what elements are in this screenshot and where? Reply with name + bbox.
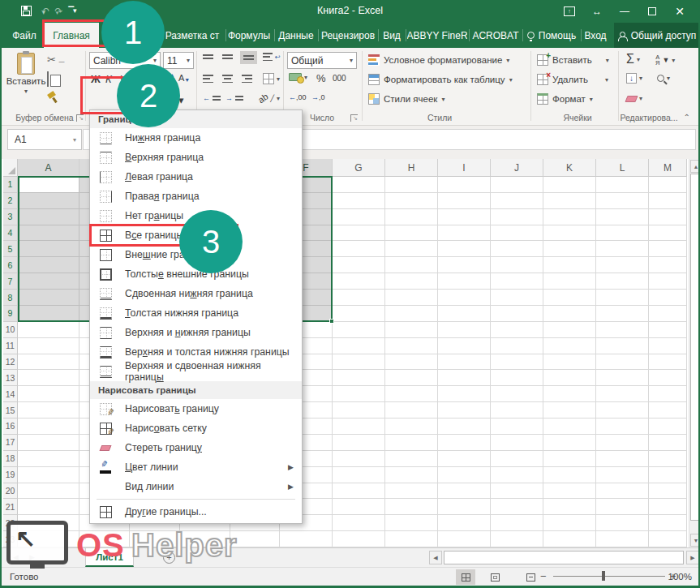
increase-decimal-button[interactable]: ←,00 [289,93,307,101]
row-header-21[interactable]: 21 [3,499,18,515]
close-button[interactable]: ✕ [666,0,694,23]
decrease-indent-button[interactable]: ← [203,94,221,102]
tab-общий-доступ[interactable]: Общий доступ [614,23,700,48]
row-header-17[interactable]: 17 [3,435,18,451]
column-header-I[interactable]: I [438,159,491,177]
tab-файл[interactable]: Файл [6,23,42,48]
view-normal-button[interactable] [456,569,475,585]
font-size-combo[interactable]: 11▾ [163,52,194,69]
zoom-out-button[interactable]: − [540,570,547,582]
delete-cells-button[interactable]: × Удалить▾ [537,74,608,85]
number-format-combo[interactable]: Общий▾ [287,52,357,69]
menu-item-draw-border[interactable]: ✎Нарисовать границу [90,399,302,418]
zoom-slider-thumb[interactable] [602,571,605,581]
paste-button[interactable]: Вставить ▾ [8,53,44,116]
row-header-15[interactable]: 15 [3,402,18,418]
percent-style-button[interactable]: % [316,72,326,84]
zoom-slider-track[interactable] [553,576,665,577]
menu-item-draw-grid[interactable]: ✎Нарисовать сетку [90,418,302,438]
row-header-13[interactable]: 13 [3,370,18,386]
tab-вход[interactable]: Вход [581,23,610,48]
horizontal-scrollbar[interactable]: ◀ ▶ [429,551,699,564]
comma-style-button[interactable]: 000 [333,74,346,83]
row-header-9[interactable]: 9 [3,306,18,322]
row-header-18[interactable]: 18 [3,451,18,467]
view-page-layout-button[interactable] [485,569,505,585]
menu-item-border-top-thick-bottom[interactable]: Верхняя и толстая нижняя границы [90,342,302,362]
row-header-14[interactable]: 14 [3,386,18,402]
tab-abbyy-finer[interactable]: ABBYY FineR [407,23,467,48]
column-header-M[interactable]: M [649,159,687,177]
ribbon-display-options-icon[interactable]: ↑ [556,0,583,23]
tab-acrobat[interactable]: ACROBAT [470,23,521,48]
row-header-5[interactable]: 5 [3,241,18,257]
minimize-button[interactable]: — [611,0,638,23]
row-header-3[interactable]: 3 [3,209,18,225]
menu-item-erase-border[interactable]: Стереть границу [90,438,302,457]
row-header-2[interactable]: 2 [3,193,18,209]
row-header-11[interactable]: 11 [3,338,18,354]
fill-handle[interactable] [329,319,334,324]
scroll-up-icon[interactable]: ▲ [690,160,700,173]
row-header-6[interactable]: 6 [3,257,18,273]
view-page-break-button[interactable] [521,569,540,585]
select-all-corner[interactable] [3,159,18,177]
maximize-button[interactable] [638,0,666,23]
copy-button[interactable] [47,72,65,87]
collapse-ribbon-icon[interactable]: ⌃ [684,113,690,122]
align-left-button[interactable] [203,75,213,83]
number-dialog-launcher-icon[interactable]: ↘ [350,114,358,122]
menu-item-line-style[interactable]: Вид линии▶ [90,477,302,496]
row-header-22[interactable]: 22 [3,515,18,531]
name-box[interactable]: A1 ▾ [7,129,82,150]
clipboard-dialog-launcher-icon[interactable]: ↘ [76,114,84,122]
sheet-nav-left-icon[interactable]: ◀ [13,553,19,561]
format-as-table-button[interactable]: Форматировать как таблицу▾ [368,74,513,85]
cut-button[interactable]: ✂ — [47,54,65,67]
menu-item-border-top[interactable]: Верхняя граница [90,148,302,167]
row-header-19[interactable]: 19 [3,467,18,483]
align-top-button[interactable] [203,54,213,59]
scroll-right-icon[interactable]: ▶ [686,551,699,564]
wrap-text-button[interactable]: ↩ [263,53,281,61]
column-header-H[interactable]: H [385,159,438,177]
orientation-button[interactable]: ab╱▾ [258,93,280,103]
align-right-button[interactable] [242,75,252,83]
row-header-16[interactable]: 16 [3,418,18,435]
column-header-J[interactable]: J [491,159,543,177]
merge-center-button[interactable]: ▾ [263,73,280,84]
sort-filter-button[interactable]: АЯ▼▾ [655,54,675,66]
shrink-font-button[interactable]: А▼ [178,73,190,83]
tab-разметка-ст[interactable]: Разметка ст [161,23,224,48]
row-header-20[interactable]: 20 [3,483,18,500]
row-header-8[interactable]: 8 [3,290,18,306]
zoom-level[interactable]: 100% [668,572,692,582]
column-header-G[interactable]: G [333,159,385,177]
menu-item-border-thick-bottom[interactable]: Толстая нижняя граница [90,303,302,323]
autosum-button[interactable]: Σ▾ [626,53,640,66]
vertical-scroll-thumb[interactable] [690,174,700,521]
row-header-23[interactable]: 23 [3,531,18,547]
row-header-1[interactable]: 1 [3,177,18,193]
menu-item-border-double-bottom[interactable]: Сдвоенная нижняя граница [90,284,302,303]
menu-item-more-borders[interactable]: Другие границы... [90,502,302,521]
sheet-tab-active[interactable]: Лист1 [85,548,134,567]
align-bottom-button[interactable] [240,51,257,64]
decrease-decimal-button[interactable]: →,0 [311,93,325,101]
tab-помощь[interactable]: Помощь [524,23,579,48]
scroll-left-icon[interactable]: ◀ [429,551,442,564]
insert-cells-button[interactable]: + Вставить▾ [537,54,609,66]
menu-item-border-left[interactable]: Левая граница [90,167,302,187]
accounting-format-button[interactable]: ▾ [289,73,307,81]
increase-indent-button[interactable]: → [225,94,243,102]
clear-button[interactable]: ▾ [626,95,642,102]
find-select-button[interactable]: ▾ [657,75,670,82]
row-header-7[interactable]: 7 [3,273,18,290]
tab-данные[interactable]: Данные [276,23,316,48]
column-header-L[interactable]: L [596,159,649,177]
column-header-K[interactable]: K [543,159,596,177]
align-middle-button[interactable] [222,54,233,59]
align-center-button[interactable] [222,75,233,83]
conditional-formatting-button[interactable]: Условное форматирование▾ [368,54,509,66]
menu-item-border-top-double-bottom[interactable]: Верхняя и сдвоенная нижняя границы [90,362,302,381]
